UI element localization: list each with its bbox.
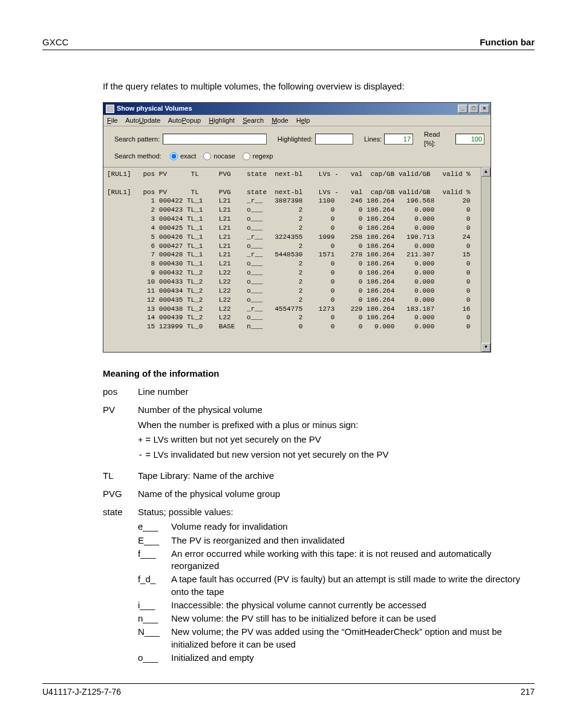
search-pattern-label: Search pattern: [114, 135, 163, 144]
def-body: Tape Library: Name of the archive [138, 470, 535, 482]
state-desc: New volume: the PV still has to be initi… [171, 613, 436, 625]
def-tl: TL Tape Library: Name of the archive [103, 470, 535, 482]
app-icon [106, 105, 114, 113]
scrollbar[interactable]: ▲ ▼ [481, 167, 491, 352]
read-value: 100 [455, 134, 484, 145]
header-right: Function bar [480, 36, 535, 48]
search-method-label: Search method: [114, 152, 163, 161]
state-row: E___The PV is reorganized and then inval… [138, 535, 535, 547]
state-row: N___New volume; the PV was added using t… [138, 626, 535, 651]
state-desc: Initialized and empty [171, 652, 254, 664]
state-code: E___ [138, 535, 171, 547]
page-header: GXCC Function bar [42, 36, 535, 50]
state-desc: New volume; the PV was added using the “… [171, 626, 535, 651]
def-term: state [103, 506, 138, 665]
def-body-line: Number of the physical volume [138, 404, 535, 416]
search-pattern-input[interactable] [163, 134, 267, 145]
menu-autopopup[interactable]: AutoPopup [168, 117, 201, 124]
radio-nocase-label: nocase [214, 152, 235, 161]
state-desc: An error occurred while working with thi… [171, 548, 535, 573]
state-values-list: e___Volume ready for invalidationE___The… [138, 521, 535, 664]
def-body-line: When the number is prefixed with a plus … [138, 419, 535, 431]
state-code: e___ [138, 521, 171, 533]
section-heading: Meaning of the information [103, 368, 535, 380]
menu-help[interactable]: Help [296, 117, 310, 124]
menu-mode[interactable]: Mode [272, 117, 288, 124]
def-body-line: - = LVs invalidated but new version not … [138, 449, 535, 461]
scroll-down-icon[interactable]: ▼ [481, 343, 491, 352]
radio-regexp-label: regexp [253, 152, 273, 161]
state-row: o___Initialized and empty [138, 652, 535, 664]
def-term: pos [103, 386, 138, 398]
state-code: f_d_ [138, 573, 171, 598]
text: = LVs invalidated but new version not ye… [143, 449, 388, 460]
window-title: Show physical Volumes [117, 104, 192, 113]
read-label: Read [%]: [424, 130, 453, 148]
def-pvg: PVG Name of the physical volume group [103, 488, 535, 500]
radio-regexp[interactable] [243, 152, 250, 160]
maximize-button[interactable]: □ [469, 105, 478, 113]
state-desc: The PV is reorganized and then invalidat… [171, 535, 345, 547]
radio-exact-label: exact [180, 152, 196, 161]
titlebar: Show physical Volumes _ □ × [103, 103, 491, 115]
highlighted-label: Highlighted: [278, 135, 313, 144]
lines-value: 17 [384, 134, 413, 145]
menu-search[interactable]: Search [243, 117, 264, 124]
def-state: state Status; possible values: e___Volum… [103, 506, 535, 665]
state-row: e___Volume ready for invalidation [138, 521, 535, 533]
radio-exact[interactable] [170, 152, 178, 160]
def-term: PVG [103, 488, 138, 500]
def-body: Status; possible values: e___Volume read… [138, 506, 535, 665]
def-body-line: Status; possible values: [138, 506, 535, 518]
list-header-1: [RUL1] pos PV TL PVG state next-bl LVs -… [107, 171, 471, 178]
page-footer: U41117-J-Z125-7-76 217 [42, 683, 535, 698]
close-button[interactable]: × [480, 105, 489, 113]
def-pv: PV Number of the physical volume When th… [103, 404, 535, 463]
def-body: Number of the physical volume When the n… [138, 404, 535, 463]
state-code: o___ [138, 652, 171, 664]
intro-text: If the query relates to multiple volumes… [103, 80, 535, 93]
radio-nocase[interactable] [203, 152, 211, 160]
definitions: pos Line number PV Number of the physica… [103, 386, 535, 665]
menu-autoupdate[interactable]: AutoUpdate [125, 117, 160, 124]
state-code: f___ [138, 548, 171, 573]
state-desc: Volume ready for invalidation [171, 521, 288, 533]
scroll-up-icon[interactable]: ▲ [481, 167, 491, 177]
state-code: n___ [138, 613, 171, 625]
list-pane: [RUL1] pos PV TL PVG state next-bl LVs -… [103, 167, 491, 352]
def-body-line: + = LVs written but not yet securely on … [138, 434, 535, 446]
footer-left: U41117-J-Z125-7-76 [42, 686, 121, 698]
footer-right: 217 [521, 686, 535, 698]
list-rows: 1 000422 TL_1 L21 _r__ 3887398 1100 246 … [107, 197, 471, 330]
state-desc: Inaccessible: the physical volume cannot… [171, 599, 426, 611]
state-code: N___ [138, 626, 171, 651]
list-header-2: [RUL1] pos PV TL PVG state next-bl LVs -… [107, 189, 471, 196]
screenshot-window: Show physical Volumes _ □ × File AutoUpd… [103, 102, 491, 353]
header-left: GXCC [42, 36, 68, 48]
def-term: TL [103, 470, 138, 482]
text: = LVs written but not yet securely on th… [143, 434, 321, 444]
controls-area: Search pattern: Highlighted: Lines: 17 R… [103, 126, 491, 167]
def-pos: pos Line number [103, 386, 535, 398]
menu-file[interactable]: File [107, 117, 118, 124]
state-code: i___ [138, 599, 171, 611]
def-body: Name of the physical volume group [138, 488, 535, 500]
state-row: f_d_A tape fault has occurred (PV is fau… [138, 573, 535, 598]
menubar: File AutoUpdate AutoPopup Highlight Sear… [103, 115, 491, 127]
state-row: n___New volume: the PV still has to be i… [138, 613, 535, 625]
lines-label: Lines: [364, 135, 382, 144]
def-term: PV [103, 404, 138, 463]
state-row: f___An error occurred while working with… [138, 548, 535, 573]
minimize-button[interactable]: _ [458, 105, 468, 113]
highlighted-input[interactable] [315, 134, 353, 145]
state-desc: A tape fault has occurred (PV is faulty)… [171, 573, 535, 598]
menu-highlight[interactable]: Highlight [209, 117, 235, 124]
def-body: Line number [138, 386, 535, 398]
state-row: i___Inaccessible: the physical volume ca… [138, 599, 535, 611]
